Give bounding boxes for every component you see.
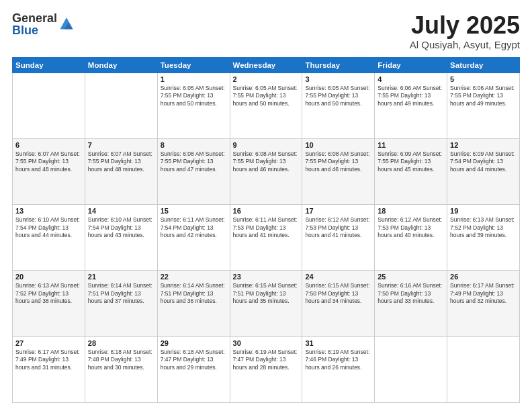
day-number: 10 <box>305 141 371 149</box>
table-row: 17Sunrise: 6:12 AM Sunset: 7:53 PM Dayli… <box>302 205 375 271</box>
table-row <box>13 73 85 138</box>
day-info: Sunrise: 6:06 AM Sunset: 7:55 PM Dayligh… <box>450 85 517 107</box>
day-info: Sunrise: 6:15 AM Sunset: 7:50 PM Dayligh… <box>305 282 371 305</box>
header: General Blue July 2025 Al Qusiyah, Asyut… <box>12 12 520 50</box>
day-number: 31 <box>305 339 371 347</box>
day-info: Sunrise: 6:16 AM Sunset: 7:50 PM Dayligh… <box>378 282 444 305</box>
table-row: 6Sunrise: 6:07 AM Sunset: 7:55 PM Daylig… <box>13 138 85 204</box>
col-friday: Friday <box>375 57 447 73</box>
day-info: Sunrise: 6:19 AM Sunset: 7:46 PM Dayligh… <box>305 349 371 371</box>
col-sunday: Sunday <box>13 57 85 73</box>
day-info: Sunrise: 6:15 AM Sunset: 7:51 PM Dayligh… <box>233 282 300 305</box>
month-title: July 2025 <box>410 12 520 39</box>
table-row: 27Sunrise: 6:17 AM Sunset: 7:49 PM Dayli… <box>13 336 85 402</box>
table-row: 14Sunrise: 6:10 AM Sunset: 7:54 PM Dayli… <box>85 205 157 271</box>
day-info: Sunrise: 6:10 AM Sunset: 7:54 PM Dayligh… <box>88 216 154 239</box>
day-info: Sunrise: 6:17 AM Sunset: 7:49 PM Dayligh… <box>15 349 82 371</box>
table-row <box>85 73 157 138</box>
logo-icon <box>59 15 74 30</box>
day-info: Sunrise: 6:11 AM Sunset: 7:53 PM Dayligh… <box>233 216 300 239</box>
table-row: 5Sunrise: 6:06 AM Sunset: 7:55 PM Daylig… <box>447 73 520 138</box>
day-info: Sunrise: 6:14 AM Sunset: 7:51 PM Dayligh… <box>88 282 154 305</box>
day-number: 19 <box>450 207 517 215</box>
calendar-week-row: 27Sunrise: 6:17 AM Sunset: 7:49 PM Dayli… <box>13 336 520 402</box>
day-number: 21 <box>88 273 154 281</box>
day-info: Sunrise: 6:08 AM Sunset: 7:55 PM Dayligh… <box>233 150 300 173</box>
day-number: 9 <box>233 141 300 149</box>
table-row: 9Sunrise: 6:08 AM Sunset: 7:55 PM Daylig… <box>230 138 302 204</box>
day-info: Sunrise: 6:06 AM Sunset: 7:55 PM Dayligh… <box>378 85 444 107</box>
table-row: 8Sunrise: 6:08 AM Sunset: 7:55 PM Daylig… <box>157 138 230 204</box>
calendar-header-row: Sunday Monday Tuesday Wednesday Thursday… <box>13 57 520 73</box>
day-number: 23 <box>233 273 300 281</box>
day-number: 1 <box>161 75 227 83</box>
day-info: Sunrise: 6:09 AM Sunset: 7:55 PM Dayligh… <box>378 150 444 173</box>
day-number: 6 <box>15 141 82 149</box>
table-row: 20Sunrise: 6:13 AM Sunset: 7:52 PM Dayli… <box>13 271 85 336</box>
day-info: Sunrise: 6:05 AM Sunset: 7:55 PM Dayligh… <box>305 85 371 107</box>
day-number: 13 <box>15 207 82 215</box>
day-number: 17 <box>305 207 371 215</box>
day-number: 27 <box>15 339 82 347</box>
table-row: 13Sunrise: 6:10 AM Sunset: 7:54 PM Dayli… <box>13 205 85 271</box>
calendar-week-row: 20Sunrise: 6:13 AM Sunset: 7:52 PM Dayli… <box>13 271 520 336</box>
table-row: 23Sunrise: 6:15 AM Sunset: 7:51 PM Dayli… <box>230 271 302 336</box>
page: General Blue July 2025 Al Qusiyah, Asyut… <box>0 0 532 411</box>
table-row: 16Sunrise: 6:11 AM Sunset: 7:53 PM Dayli… <box>230 205 302 271</box>
day-info: Sunrise: 6:13 AM Sunset: 7:52 PM Dayligh… <box>450 216 517 239</box>
day-info: Sunrise: 6:18 AM Sunset: 7:47 PM Dayligh… <box>161 349 227 371</box>
day-info: Sunrise: 6:07 AM Sunset: 7:55 PM Dayligh… <box>88 150 154 173</box>
table-row: 31Sunrise: 6:19 AM Sunset: 7:46 PM Dayli… <box>302 336 375 402</box>
day-info: Sunrise: 6:13 AM Sunset: 7:52 PM Dayligh… <box>15 282 82 305</box>
logo: General Blue <box>12 12 74 36</box>
col-wednesday: Wednesday <box>230 57 302 73</box>
logo-text: General Blue <box>12 12 57 36</box>
day-number: 3 <box>305 75 371 83</box>
day-number: 18 <box>378 207 444 215</box>
day-info: Sunrise: 6:09 AM Sunset: 7:54 PM Dayligh… <box>450 150 517 173</box>
location-title: Al Qusiyah, Asyut, Egypt <box>410 39 520 50</box>
logo-general: General <box>12 12 57 24</box>
day-info: Sunrise: 6:12 AM Sunset: 7:53 PM Dayligh… <box>378 216 444 239</box>
table-row: 11Sunrise: 6:09 AM Sunset: 7:55 PM Dayli… <box>375 138 447 204</box>
day-number: 24 <box>305 273 371 281</box>
day-info: Sunrise: 6:18 AM Sunset: 7:48 PM Dayligh… <box>88 349 154 371</box>
table-row: 22Sunrise: 6:14 AM Sunset: 7:51 PM Dayli… <box>157 271 230 336</box>
day-number: 30 <box>233 339 300 347</box>
day-number: 4 <box>378 75 444 83</box>
title-block: July 2025 Al Qusiyah, Asyut, Egypt <box>410 12 520 50</box>
day-info: Sunrise: 6:12 AM Sunset: 7:53 PM Dayligh… <box>305 216 371 239</box>
table-row: 29Sunrise: 6:18 AM Sunset: 7:47 PM Dayli… <box>157 336 230 402</box>
day-number: 28 <box>88 339 154 347</box>
day-number: 15 <box>161 207 227 215</box>
table-row <box>447 336 520 402</box>
table-row: 28Sunrise: 6:18 AM Sunset: 7:48 PM Dayli… <box>85 336 157 402</box>
calendar-table: Sunday Monday Tuesday Wednesday Thursday… <box>12 57 520 403</box>
table-row: 2Sunrise: 6:05 AM Sunset: 7:55 PM Daylig… <box>230 73 302 138</box>
col-tuesday: Tuesday <box>157 57 230 73</box>
table-row: 7Sunrise: 6:07 AM Sunset: 7:55 PM Daylig… <box>85 138 157 204</box>
day-number: 26 <box>450 273 517 281</box>
day-info: Sunrise: 6:11 AM Sunset: 7:54 PM Dayligh… <box>161 216 227 239</box>
day-number: 5 <box>450 75 517 83</box>
table-row: 10Sunrise: 6:08 AM Sunset: 7:55 PM Dayli… <box>302 138 375 204</box>
day-info: Sunrise: 6:17 AM Sunset: 7:49 PM Dayligh… <box>450 282 517 305</box>
day-number: 16 <box>233 207 300 215</box>
table-row: 24Sunrise: 6:15 AM Sunset: 7:50 PM Dayli… <box>302 271 375 336</box>
table-row: 1Sunrise: 6:05 AM Sunset: 7:55 PM Daylig… <box>157 73 230 138</box>
day-number: 25 <box>378 273 444 281</box>
table-row: 4Sunrise: 6:06 AM Sunset: 7:55 PM Daylig… <box>375 73 447 138</box>
day-number: 20 <box>15 273 82 281</box>
day-number: 12 <box>450 141 517 149</box>
day-info: Sunrise: 6:08 AM Sunset: 7:55 PM Dayligh… <box>161 150 227 173</box>
day-number: 29 <box>161 339 227 347</box>
table-row: 21Sunrise: 6:14 AM Sunset: 7:51 PM Dayli… <box>85 271 157 336</box>
table-row: 3Sunrise: 6:05 AM Sunset: 7:55 PM Daylig… <box>302 73 375 138</box>
day-number: 8 <box>161 141 227 149</box>
table-row: 12Sunrise: 6:09 AM Sunset: 7:54 PM Dayli… <box>447 138 520 204</box>
day-number: 2 <box>233 75 300 83</box>
day-info: Sunrise: 6:10 AM Sunset: 7:54 PM Dayligh… <box>15 216 82 239</box>
day-info: Sunrise: 6:07 AM Sunset: 7:55 PM Dayligh… <box>15 150 82 173</box>
day-number: 11 <box>378 141 444 149</box>
day-info: Sunrise: 6:08 AM Sunset: 7:55 PM Dayligh… <box>305 150 371 173</box>
